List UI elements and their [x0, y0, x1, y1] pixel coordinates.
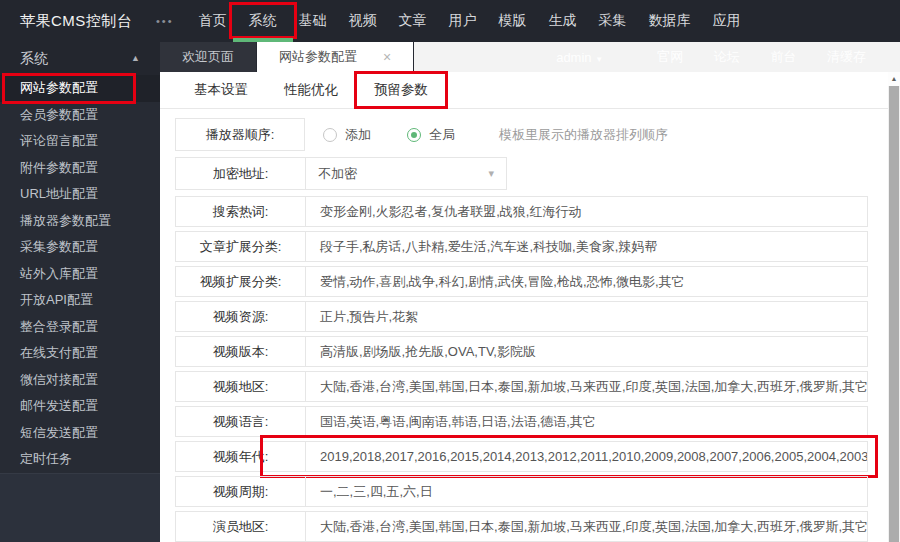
nav-item[interactable]: 用户	[438, 0, 488, 42]
sidebar-item[interactable]: 站外入库配置	[0, 261, 160, 288]
sidebar-item[interactable]: 播放器参数配置	[0, 208, 160, 235]
field-label: 搜索热词:	[176, 197, 306, 226]
radio-label: 全局	[429, 126, 455, 144]
field-label: 视频年代:	[176, 442, 306, 471]
form-row: 演员地区: 大陆,香港,台湾,美国,韩国,日本,泰国,新加坡,马来西亚,印度,英…	[175, 511, 868, 542]
field-label: 视频语言:	[176, 407, 306, 436]
encrypt-row: 加密地址: 不加密 ▾	[175, 157, 507, 190]
player-order-row: 播放器顺序: 添加 全局 模板里展示的播放器排列顺序	[175, 117, 900, 152]
field-label: 演员地区:	[176, 512, 306, 541]
username: admin	[556, 50, 591, 65]
main-nav: 首页 系统 基础 视频 文章 用户 模版 生成 采集 数据库 应用	[188, 0, 752, 42]
collapse-caret-icon: ▲	[131, 42, 140, 75]
sidebar-footer	[0, 473, 160, 542]
tabbar: 欢迎页面 × 网站参数配置 × admin ▼ 官网	[160, 42, 900, 72]
sidebar-item[interactable]: 邮件发送配置	[0, 393, 160, 420]
sidebar-item[interactable]: 开放API配置	[0, 287, 160, 314]
tab-label: 网站参数配置	[279, 48, 357, 66]
open-tabs: 欢迎页面 × 网站参数配置 ×	[160, 42, 414, 72]
radio-label: 添加	[345, 126, 371, 144]
field-label: 视频扩展分类:	[176, 267, 306, 296]
header-link[interactable]: 官网	[657, 49, 683, 64]
form-row: 视频周期: 一,二,三,四,五,六,日	[175, 476, 868, 507]
scrollbar[interactable]: ▲	[888, 72, 900, 542]
form-row: 视频版本: 高清版,剧场版,抢先版,OVA,TV,影院版	[175, 336, 868, 367]
field-input[interactable]: 变形金刚,火影忍者,复仇者联盟,战狼,红海行动	[306, 203, 867, 221]
header-links: 官网 论坛 前台 清缓存	[630, 48, 866, 66]
chevron-down-icon: ▼	[595, 55, 603, 64]
radio-option[interactable]: 添加	[323, 126, 371, 144]
field-input[interactable]: 大陆,香港,台湾,美国,韩国,日本,泰国,新加坡,马来西亚,印度,英国,法国,加…	[306, 378, 867, 396]
field-input[interactable]: 2019,2018,2017,2016,2015,2014,2013,2012,…	[306, 449, 867, 464]
subtab[interactable]: 基本设置	[180, 78, 262, 102]
field-input[interactable]: 段子手,私房话,八卦精,爱生活,汽车迷,科技咖,美食家,辣妈帮	[306, 238, 867, 256]
tab[interactable]: 网站参数配置 ×	[257, 42, 414, 72]
sidebar-menu: 网站参数配置 会员参数配置 评论留言配置 附件参数配置 URL地址配置 播放器参…	[0, 75, 160, 473]
sidebar-group-system[interactable]: 系统 ▲	[0, 42, 160, 75]
main-content: 欢迎页面 × 网站参数配置 × admin ▼ 官网	[160, 42, 900, 542]
sidebar-item[interactable]: 定时任务	[0, 446, 160, 473]
scrollbar-thumb[interactable]	[889, 86, 899, 542]
sidebar-item[interactable]: URL地址配置	[0, 181, 160, 208]
sidebar-item[interactable]: 采集参数配置	[0, 234, 160, 261]
field-label: 加密地址:	[176, 158, 306, 189]
field-input[interactable]: 高清版,剧场版,抢先版,OVA,TV,影院版	[306, 343, 867, 361]
field-input[interactable]: 大陆,香港,台湾,美国,韩国,日本,泰国,新加坡,马来西亚,印度,英国,法国,加…	[306, 518, 867, 536]
nav-item[interactable]: 视频	[338, 0, 388, 42]
header-user-area: admin ▼ 官网 论坛 前台 清缓存	[414, 42, 900, 72]
field-input[interactable]: 一,二,三,四,五,六,日	[306, 483, 867, 501]
nav-item[interactable]: 文章	[388, 0, 438, 42]
settings-subtabs: 基本设置 性能优化 预留参数	[160, 72, 900, 109]
nav-item[interactable]: 基础	[288, 0, 338, 42]
field-input[interactable]: 国语,英语,粤语,闽南语,韩语,日语,法语,德语,其它	[306, 413, 867, 431]
nav-item[interactable]: 采集	[588, 0, 638, 42]
sidebar: 系统 ▲ 网站参数配置 会员参数配置 评论留言配置 附件参数配置 URL地址配置…	[0, 42, 160, 542]
field-input[interactable]: 爱情,动作,喜剧,战争,科幻,剧情,武侠,冒险,枪战,恐怖,微电影,其它	[306, 273, 867, 291]
nav-item[interactable]: 生成	[538, 0, 588, 42]
field-label: 视频地区:	[176, 372, 306, 401]
settings-form: 播放器顺序: 添加 全局 模板里展示的播放器排列顺序	[160, 109, 900, 542]
player-order-options: 添加 全局	[323, 126, 455, 144]
close-tab-icon[interactable]: ×	[383, 49, 391, 65]
tab[interactable]: 欢迎页面 ×	[160, 42, 257, 72]
select-value: 不加密	[318, 165, 357, 183]
header-link[interactable]: 论坛	[714, 49, 740, 64]
field-hint: 模板里展示的播放器排列顺序	[499, 126, 668, 144]
subtab[interactable]: 预留参数	[360, 78, 442, 102]
sidebar-item[interactable]: 评论留言配置	[0, 128, 160, 155]
field-input[interactable]: 正片,预告片,花絮	[306, 308, 867, 326]
header-link[interactable]: 清缓存	[827, 49, 866, 64]
radio-icon	[407, 128, 421, 142]
encrypt-select[interactable]: 不加密 ▾	[306, 158, 506, 189]
nav-item[interactable]: 模版	[488, 0, 538, 42]
scroll-up-icon[interactable]: ▲	[888, 72, 900, 86]
sidebar-item[interactable]: 会员参数配置	[0, 102, 160, 129]
nav-item[interactable]: 数据库	[638, 0, 702, 42]
form-row: 视频地区: 大陆,香港,台湾,美国,韩国,日本,泰国,新加坡,马来西亚,印度,英…	[175, 371, 868, 402]
top-navbar: 苹果CMS控制台 ••• 首页 系统 基础 视频 文章 用户 模版 生成 采集 …	[0, 0, 900, 42]
form-row: 文章扩展分类: 段子手,私房话,八卦精,爱生活,汽车迷,科技咖,美食家,辣妈帮	[175, 231, 868, 262]
tab-label: 欢迎页面	[182, 48, 234, 66]
more-menu-icon[interactable]: •••	[156, 15, 174, 27]
form-row: 视频扩展分类: 爱情,动作,喜剧,战争,科幻,剧情,武侠,冒险,枪战,恐怖,微电…	[175, 266, 868, 297]
sidebar-item[interactable]: 微信对接配置	[0, 367, 160, 394]
form-row: 视频资源: 正片,预告片,花絮	[175, 301, 868, 332]
sidebar-item[interactable]: 附件参数配置	[0, 155, 160, 182]
nav-item[interactable]: 系统	[238, 0, 288, 42]
field-label: 视频资源:	[176, 302, 306, 331]
select-caret-icon: ▾	[488, 167, 494, 180]
sidebar-group-label: 系统	[20, 42, 48, 75]
sidebar-item[interactable]: 在线支付配置	[0, 340, 160, 367]
user-menu[interactable]: admin ▼	[556, 50, 603, 65]
field-label: 视频周期:	[176, 477, 306, 506]
header-link[interactable]: 前台	[770, 49, 796, 64]
nav-item[interactable]: 应用	[702, 0, 752, 42]
form-rows: 搜索热词: 变形金刚,火影忍者,复仇者联盟,战狼,红海行动 文章扩展分类: 段子…	[175, 196, 900, 542]
field-label: 播放器顺序:	[175, 118, 305, 151]
app-title: 苹果CMS控制台	[0, 12, 150, 31]
radio-option[interactable]: 全局	[407, 126, 455, 144]
subtab[interactable]: 性能优化	[270, 78, 352, 102]
sidebar-item[interactable]: 整合登录配置	[0, 314, 160, 341]
sidebar-item[interactable]: 网站参数配置	[0, 75, 160, 102]
sidebar-item[interactable]: 短信发送配置	[0, 420, 160, 447]
